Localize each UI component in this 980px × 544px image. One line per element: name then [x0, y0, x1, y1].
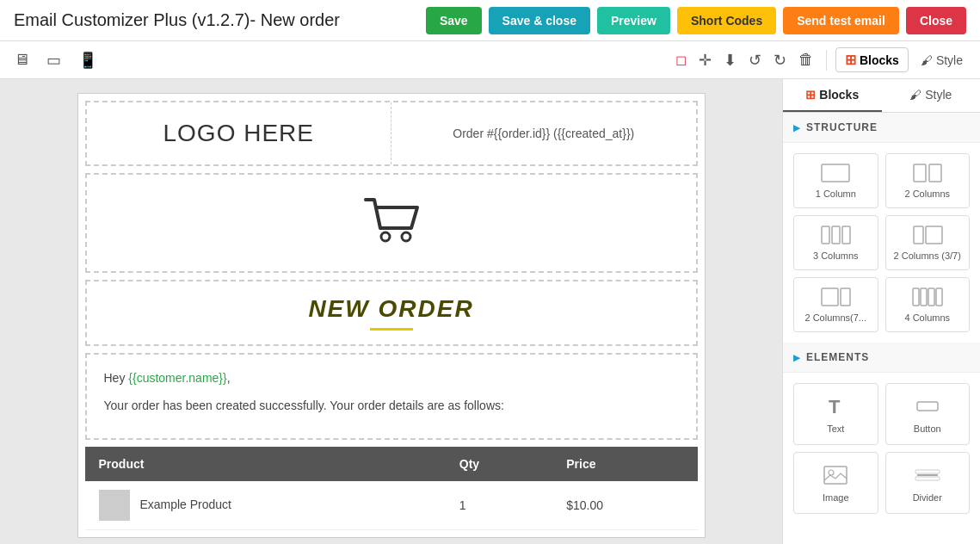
4col-icon — [912, 287, 943, 307]
elements-title: ELEMENTS — [806, 351, 869, 363]
table-cell-price: $10.00 — [552, 481, 697, 530]
blocks-label: Blocks — [860, 53, 899, 67]
svg-text:T: T — [829, 396, 841, 417]
toolbar-left: 🖥 ▭ 📱 — [10, 47, 101, 73]
svg-rect-6 — [832, 226, 840, 244]
select-icon[interactable]: ◻ — [672, 48, 690, 71]
close-button[interactable]: Close — [906, 7, 966, 34]
element-item-divider[interactable]: Divider — [885, 452, 971, 514]
svg-rect-2 — [822, 164, 849, 182]
redo-icon[interactable]: ↻ — [770, 47, 790, 73]
email-new-order-block[interactable]: NEW ORDER — [85, 280, 698, 346]
structure-item-2col[interactable]: 2 Columns — [885, 153, 971, 208]
svg-rect-17 — [917, 402, 938, 411]
svg-rect-11 — [841, 288, 850, 306]
svg-rect-21 — [915, 470, 940, 473]
mobile-icon[interactable]: 📱 — [75, 47, 101, 73]
panel-tabs: ⊞ Blocks 🖌 Style — [783, 79, 980, 113]
tab-blocks[interactable]: ⊞ Blocks — [783, 79, 882, 112]
svg-rect-12 — [913, 288, 919, 306]
email-canvas[interactable]: LOGO HERE Order #{{order.id}} ({{created… — [0, 79, 782, 544]
svg-rect-5 — [822, 226, 829, 244]
style-brush-icon-small: 🖌 — [909, 88, 921, 102]
1col-label: 1 Column — [816, 189, 856, 199]
email-cart-block[interactable] — [85, 173, 698, 273]
svg-rect-4 — [929, 164, 941, 182]
structure-item-2col-37[interactable]: 2 Columns (3/7) — [885, 215, 971, 270]
3col-label: 3 Columns — [813, 250, 859, 261]
blocks-grid-icon-small: ⊞ — [805, 88, 816, 102]
undo-icon[interactable]: ↺ — [745, 47, 765, 73]
table-header-qty: Qty — [446, 447, 552, 481]
svg-rect-10 — [822, 288, 838, 306]
style-tab-button[interactable]: 🖌 Style — [914, 50, 970, 71]
svg-rect-13 — [921, 288, 927, 306]
preview-button[interactable]: Preview — [597, 7, 670, 34]
svg-rect-8 — [914, 226, 923, 244]
app-header: Email Customizer Plus (v1.2.7)- New orde… — [0, 0, 980, 41]
2col-icon — [912, 163, 943, 183]
email-order-cell[interactable]: Order #{{order.id}} ({{created_at}}) — [391, 102, 696, 164]
email-container: LOGO HERE Order #{{order.id}} ({{created… — [77, 93, 706, 538]
element-item-button[interactable]: Button — [885, 383, 971, 445]
structure-item-4col[interactable]: 4 Columns — [885, 277, 971, 332]
email-body: Your order has been created successfully… — [104, 396, 679, 415]
svg-point-0 — [381, 232, 390, 241]
order-placeholder: Order #{{order.id}} ({{created_at}}) — [453, 127, 634, 140]
delete-icon[interactable]: 🗑 — [795, 47, 817, 72]
table-header-product: Product — [85, 447, 446, 481]
structure-item-3col[interactable]: 3 Columns — [793, 215, 878, 270]
table-header-price: Price — [552, 447, 697, 481]
email-logo-row[interactable]: LOGO HERE Order #{{order.id}} ({{created… — [85, 101, 698, 166]
desktop-icon[interactable]: 🖥 — [10, 47, 33, 72]
button-element-icon — [914, 394, 941, 418]
right-panel: ⊞ Blocks 🖌 Style ▶ STRUCTURE 1 Column — [782, 79, 980, 544]
email-text-block[interactable]: Hey {{customer.name}}, Your order has be… — [85, 353, 698, 440]
blocks-tab-button[interactable]: ⊞ Blocks — [835, 47, 909, 72]
new-order-underline — [370, 328, 413, 331]
2col7-label: 2 Columns(7... — [804, 312, 866, 323]
button-element-label: Button — [914, 423, 941, 434]
structure-grid: 1 Column 2 Columns 3 Columns — [783, 143, 980, 343]
style-label: Style — [936, 53, 963, 67]
1col-icon — [820, 163, 851, 183]
elements-arrow-icon: ▶ — [793, 353, 801, 362]
text-element-icon: T — [822, 394, 849, 418]
structure-arrow-icon: ▶ — [793, 123, 801, 133]
toolbar: 🖥 ▭ 📱 ◻ ✛ ⬇ ↺ ↻ 🗑 ⊞ Blocks 🖌 Style — [0, 41, 980, 79]
svg-rect-9 — [926, 226, 942, 244]
download-icon[interactable]: ⬇ — [720, 47, 740, 73]
email-table-block[interactable]: Product Qty Price Example Product 1 — [85, 447, 698, 530]
structure-item-1col[interactable]: 1 Column — [793, 153, 878, 208]
4col-label: 4 Columns — [904, 312, 950, 323]
order-table: Product Qty Price Example Product 1 — [85, 447, 698, 530]
save-close-button[interactable]: Save & close — [489, 7, 590, 34]
2col-label: 2 Columns — [904, 189, 950, 199]
tab-style[interactable]: 🖌 Style — [882, 79, 981, 112]
send-test-button[interactable]: Send test email — [783, 7, 899, 34]
header-buttons: Save Save & close Preview Short Codes Se… — [426, 7, 966, 34]
save-button[interactable]: Save — [426, 7, 482, 34]
elements-grid: T Text Button Image — [783, 373, 980, 524]
structure-item-2col-7[interactable]: 2 Columns(7... — [793, 277, 878, 332]
email-greeting: Hey {{customer.name}}, — [104, 368, 679, 387]
divider-element-icon — [914, 463, 941, 487]
image-element-label: Image — [823, 492, 849, 503]
short-codes-button[interactable]: Short Codes — [677, 7, 776, 34]
element-item-text[interactable]: T Text — [793, 383, 878, 445]
svg-rect-3 — [914, 164, 926, 182]
tablet-icon[interactable]: ▭ — [43, 47, 65, 73]
move-icon[interactable]: ✛ — [695, 47, 715, 73]
svg-rect-22 — [915, 477, 940, 480]
email-logo-cell[interactable]: LOGO HERE — [87, 102, 392, 164]
svg-rect-7 — [842, 226, 850, 244]
customer-name-placeholder: {{customer.name}} — [128, 371, 226, 385]
structure-title: STRUCTURE — [806, 121, 878, 133]
text-element-label: Text — [827, 423, 844, 434]
cart-icon — [361, 195, 422, 250]
app-title: Email Customizer Plus (v1.2.7)- New orde… — [14, 10, 340, 30]
style-brush-icon: 🖌 — [921, 53, 933, 67]
table-row: Example Product 1 $10.00 — [85, 481, 698, 530]
element-item-image[interactable]: Image — [793, 452, 878, 514]
2col37-label: 2 Columns (3/7) — [894, 250, 961, 261]
